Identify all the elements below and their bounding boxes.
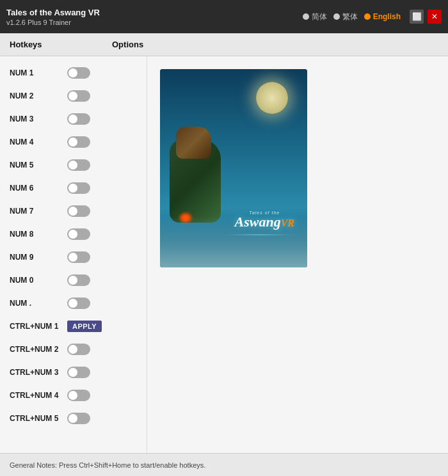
hotkey-label: CTRL+NUM 1 — [10, 322, 67, 331]
lang-english[interactable]: English — [364, 12, 401, 21]
hotkey-label: CTRL+NUM 5 — [10, 414, 67, 423]
hotkey-row: NUM 6 — [0, 177, 147, 200]
moon-graphic — [256, 82, 288, 114]
hotkeys-column-header: Hotkeys — [10, 40, 112, 49]
lang-traditional-label: 繁体 — [342, 12, 358, 22]
toggle-switch[interactable] — [67, 344, 90, 355]
hotkey-label: NUM 0 — [10, 276, 67, 285]
hotkey-label: CTRL+NUM 3 — [10, 368, 67, 377]
hotkey-row: CTRL+NUM 5 — [0, 407, 147, 430]
hotkey-label: NUM 3 — [10, 115, 67, 123]
hotkey-label: NUM 7 — [10, 207, 67, 216]
toggle-switch[interactable] — [67, 182, 90, 194]
hotkey-row: NUM 8 — [0, 223, 147, 246]
hotkey-row: CTRL+NUM 4 — [0, 384, 147, 407]
lang-traditional[interactable]: 繁体 — [333, 12, 358, 22]
apply-button[interactable]: APPLY — [67, 321, 102, 332]
lang-simplified-label: 简体 — [312, 12, 327, 22]
radio-english — [364, 13, 371, 20]
column-headers: Hotkeys Options — [0, 33, 448, 56]
hotkey-label: NUM 5 — [10, 161, 67, 170]
hotkey-row: CTRL+NUM 3 — [0, 361, 147, 384]
window-controls: ⬜ ✕ — [410, 10, 442, 24]
game-art: Tales of the AswangVR — [160, 69, 307, 267]
creature-head — [176, 127, 211, 159]
title-right: 简体 繁体 English ⬜ ✕ — [303, 10, 442, 24]
monitor-icon: ⬜ — [412, 12, 422, 21]
options-column-header: Options — [112, 40, 143, 49]
title-info: Tales of the Aswang VR v1.2.6 Plus 9 Tra… — [6, 8, 100, 26]
toggle-switch[interactable] — [67, 159, 90, 171]
toggle-switch[interactable] — [67, 413, 90, 424]
toggle-switch[interactable] — [67, 205, 90, 217]
hotkey-row: NUM 5 — [0, 154, 147, 177]
toggle-switch[interactable] — [67, 136, 90, 148]
hotkey-label: NUM 6 — [10, 184, 67, 193]
logo-aswang: AswangVR — [235, 215, 295, 229]
hotkey-label: NUM 4 — [10, 138, 67, 147]
toggle-switch[interactable] — [67, 228, 90, 240]
game-logo: Tales of the AswangVR — [235, 210, 295, 229]
hotkey-row: NUM 3 — [0, 107, 147, 131]
hotkey-label: NUM 2 — [10, 91, 67, 100]
lang-english-label: English — [373, 12, 401, 21]
app-title: Tales of the Aswang VR — [6, 8, 100, 17]
hotkey-row: NUM . — [0, 292, 147, 315]
footer-note: General Notes: Press Ctrl+Shift+Home to … — [10, 461, 205, 469]
hotkey-row: NUM 0 — [0, 269, 147, 292]
lang-simplified[interactable]: 简体 — [303, 12, 327, 22]
toggle-switch[interactable] — [67, 367, 90, 378]
hotkey-row: NUM 9 — [0, 246, 147, 269]
hotkey-label: CTRL+NUM 4 — [10, 391, 67, 400]
hotkey-label: NUM 9 — [10, 253, 67, 262]
logo-vr-text: VR — [281, 218, 294, 228]
close-icon: ✕ — [431, 12, 438, 21]
hotkeys-panel: NUM 1NUM 2NUM 3NUM 4NUM 5NUM 6NUM 7NUM 8… — [0, 56, 147, 453]
monitor-button[interactable]: ⬜ — [410, 10, 424, 24]
hotkey-row: NUM 7 — [0, 200, 147, 223]
title-bar: Tales of the Aswang VR v1.2.6 Plus 9 Tra… — [0, 0, 448, 33]
app-version: v1.2.6 Plus 9 Trainer — [6, 19, 100, 26]
hotkey-label: NUM 1 — [10, 68, 67, 77]
toggle-switch[interactable] — [67, 274, 90, 286]
radio-traditional — [333, 13, 340, 20]
toggle-switch[interactable] — [67, 90, 90, 102]
language-options: 简体 繁体 English — [303, 12, 401, 22]
hotkey-label: NUM 8 — [10, 230, 67, 239]
hotkey-row: NUM 1 — [0, 61, 147, 84]
close-button[interactable]: ✕ — [428, 10, 442, 24]
footer: General Notes: Press Ctrl+Shift+Home to … — [0, 453, 448, 476]
main-content: NUM 1NUM 2NUM 3NUM 4NUM 5NUM 6NUM 7NUM 8… — [0, 56, 448, 453]
toggle-switch[interactable] — [67, 113, 90, 125]
toggle-switch[interactable] — [67, 298, 90, 309]
toggle-switch[interactable] — [67, 67, 90, 79]
hotkey-row: NUM 2 — [0, 84, 147, 107]
radio-simplified — [303, 13, 309, 20]
hotkey-row: CTRL+NUM 2 — [0, 338, 147, 361]
hotkey-row: NUM 4 — [0, 131, 147, 154]
options-panel: Tales of the AswangVR — [147, 56, 448, 453]
swirl-decoration — [221, 234, 298, 235]
logo-aswang-text: Aswang — [235, 214, 281, 230]
hotkey-label: CTRL+NUM 2 — [10, 345, 67, 354]
creature-body — [170, 139, 221, 223]
hotkey-row: CTRL+NUM 1APPLY — [0, 315, 147, 338]
toggle-switch[interactable] — [67, 251, 90, 263]
toggle-switch[interactable] — [67, 390, 90, 401]
hotkey-label: NUM . — [10, 299, 67, 308]
